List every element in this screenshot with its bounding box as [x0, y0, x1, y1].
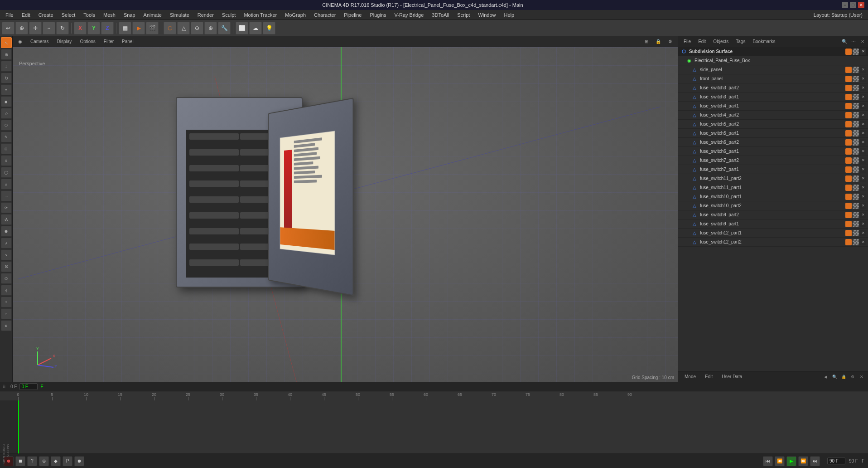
left-tool-16[interactable]: ⁂ [1, 214, 12, 225]
light-btn[interactable]: 💡 [263, 22, 275, 34]
menu-vray[interactable]: V-Ray Bridge [391, 11, 428, 19]
om-edit[interactable]: Edit [694, 38, 709, 45]
left-tool-19[interactable]: ∨ [1, 249, 12, 260]
left-tool-12[interactable]: ◯ [1, 167, 12, 178]
om-close-icon[interactable]: ✕ [859, 38, 866, 45]
transport-stop[interactable]: ⏹ [15, 456, 25, 466]
obj-row-fs6p2[interactable]: △ fuse_switch6_part2 ✕ [678, 138, 868, 147]
model-mode-btn[interactable]: ⬡ [164, 22, 176, 34]
menu-select[interactable]: Select [58, 11, 79, 19]
vp-display[interactable]: Display [54, 38, 75, 45]
step-fwd[interactable]: ⏩ [798, 456, 808, 466]
menu-sculpt[interactable]: Sculpt [218, 11, 240, 19]
z-axis-btn[interactable]: Z [101, 22, 114, 34]
left-tool-21[interactable]: ⌬ [1, 273, 12, 284]
play-btn[interactable]: ▶ [786, 456, 796, 466]
viewport-canvas[interactable]: Perspective Grid Spacing : 10 cm X Y Z [13, 47, 678, 382]
om-bookmarks[interactable]: Bookmarks [749, 38, 779, 45]
transport-question[interactable]: ? [27, 456, 37, 466]
menu-tools[interactable]: Tools [80, 11, 99, 19]
menu-render[interactable]: Render [194, 11, 217, 19]
autokey[interactable]: ⏺ [74, 456, 84, 466]
left-tool-4[interactable]: ↻ [1, 73, 12, 83]
obj-row-front-panel[interactable]: △ front_panel ✕ [678, 74, 868, 83]
left-tool-18[interactable]: ∧ [1, 238, 12, 249]
rotate-button[interactable]: ↻ [56, 22, 69, 34]
attr-close-icon[interactable]: ✕ [858, 373, 865, 380]
menu-animate[interactable]: Animate [140, 11, 165, 19]
menu-file[interactable]: File [2, 11, 17, 19]
boole-btn[interactable]: ⊕ [204, 22, 217, 34]
attr-edit[interactable]: Edit [701, 373, 716, 380]
mesh-mode-btn[interactable]: △ [177, 22, 190, 34]
left-tool-10[interactable]: ⊞ [1, 143, 12, 154]
om-search-icon[interactable]: 🔍 [841, 38, 848, 45]
obj-row-fs11p2[interactable]: △ fuse_switch11_part2 ✕ [678, 174, 868, 183]
sds-mode-btn[interactable]: ⊙ [191, 22, 203, 34]
obj-row-fs3p1[interactable]: △ fuse_switch3_part1 ✕ [678, 93, 868, 102]
menu-plugins[interactable]: Plugins [366, 11, 390, 19]
obj-row-fs5p2[interactable]: △ fuse_switch5_part2 ✕ [678, 120, 868, 129]
obj-row-fs12p2[interactable]: △ fuse_switch12_part2 ✕ [678, 238, 868, 247]
vp-lock-icon[interactable]: 🔒 [653, 38, 664, 45]
left-tool-23[interactable]: ⟡ [1, 297, 12, 307]
vp-settings-icon[interactable]: ⚙ [665, 38, 675, 45]
menu-snap[interactable]: Snap [120, 11, 139, 19]
attr-lock-icon[interactable]: 🔒 [840, 373, 847, 380]
left-tool-3[interactable]: ↕ [1, 61, 12, 72]
attr-settings-icon[interactable]: ⚙ [849, 373, 856, 380]
obj-row-fs12p1[interactable]: △ fuse_switch12_part1 ✕ [678, 229, 868, 238]
floor-btn[interactable]: ⬜ [236, 22, 248, 34]
obj-row-fs7p1[interactable]: △ fuse_switch7_part1 ✕ [678, 165, 868, 174]
vp-options[interactable]: Options [77, 38, 98, 45]
left-tool-20[interactable]: ⌘ [1, 261, 12, 272]
obj-row-fs5p1[interactable]: △ fuse_switch5_part1 ✕ [678, 129, 868, 138]
vp-panel[interactable]: Panel [119, 38, 136, 45]
left-tool-6[interactable]: ◼ [1, 96, 12, 107]
skip-start[interactable]: ⏮ [763, 456, 773, 466]
menu-help[interactable]: Help [501, 11, 518, 19]
obj-row-fs10p1[interactable]: △ fuse_switch10_part1 ✕ [678, 192, 868, 201]
left-tool-9[interactable]: ✎ [1, 132, 12, 142]
left-tool-15[interactable]: ⟳ [1, 202, 12, 213]
obj-row-fs6p1[interactable]: △ fuse_switch6_part1 ✕ [678, 147, 868, 156]
render-all-btn[interactable]: 🎬 [146, 22, 159, 34]
obj-row-fs11p1[interactable]: △ fuse_switch11_part1 ✕ [678, 183, 868, 192]
menu-mesh[interactable]: Mesh [100, 11, 119, 19]
attr-back-icon[interactable]: ◀ [822, 373, 829, 380]
scale-button[interactable]: ↔ [43, 22, 55, 34]
menu-script[interactable]: Script [453, 11, 473, 19]
skip-end[interactable]: ⏭ [810, 456, 820, 466]
left-tool-22[interactable]: ⟠ [1, 285, 12, 296]
left-tool-select[interactable]: ↖ [1, 37, 12, 48]
menu-character[interactable]: Character [310, 11, 339, 19]
left-tool-14[interactable]: ⋯ [1, 190, 12, 201]
render-region-btn[interactable]: ▦ [119, 22, 131, 34]
attr-userdata[interactable]: User Data [718, 373, 746, 380]
obj-row-side-panel[interactable]: △ side_panel ✕ [678, 65, 868, 74]
left-tool-24[interactable]: ⌂ [1, 308, 12, 319]
obj-row-fs9p1[interactable]: △ fuse_switch9_part1 ✕ [678, 219, 868, 229]
om-objects[interactable]: Objects [709, 38, 732, 45]
left-tool-13[interactable]: ⌀ [1, 179, 12, 190]
x-axis-btn[interactable]: X [74, 22, 87, 34]
obj-row-fs4p1[interactable]: △ fuse_switch4_part1 ✕ [678, 102, 868, 111]
render-active-btn[interactable]: ▶ [132, 22, 145, 34]
om-dots-icon[interactable]: ⋯ [850, 38, 857, 45]
keyframe-prev[interactable]: ◆ [51, 456, 61, 466]
end-frame-input[interactable] [827, 458, 845, 464]
menu-pipeline[interactable]: Pipeline [340, 11, 365, 19]
obj-row-fs7p2[interactable]: △ fuse_switch7_part2 ✕ [678, 156, 868, 165]
left-tool-25[interactable]: ⊗ [1, 320, 12, 331]
menu-motiontracker[interactable]: Motion Tracker [240, 11, 280, 19]
left-tool-17[interactable]: ⬢ [1, 226, 12, 237]
vp-cameras[interactable]: Cameras [28, 38, 52, 45]
menu-edit[interactable]: Edit [18, 11, 34, 19]
y-axis-btn[interactable]: Y [87, 22, 100, 34]
extrude-btn[interactable]: 🔧 [218, 22, 231, 34]
vp-filter[interactable]: Filter [101, 38, 116, 45]
close-button[interactable]: ✕ [858, 2, 864, 8]
left-tool-2[interactable]: ⊕ [1, 49, 12, 60]
vp-expand-icon[interactable]: ⊞ [642, 38, 651, 45]
obj-subdivision-surface[interactable]: ⬡ Subdivision Surface ✕ [678, 47, 868, 56]
